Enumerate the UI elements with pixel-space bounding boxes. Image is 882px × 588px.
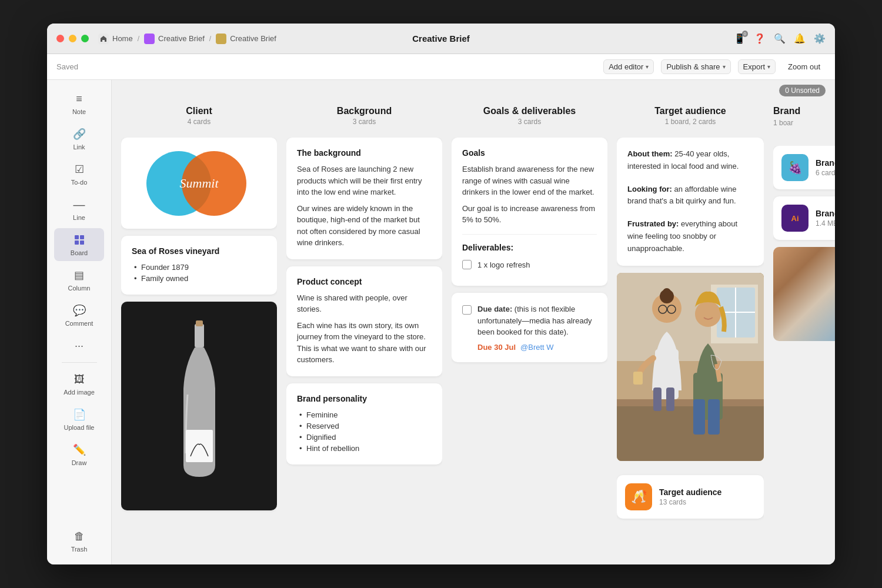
board-icon: [72, 233, 86, 247]
breadcrumb-home[interactable]: Home: [98, 34, 133, 44]
due-date-value: Due 30 Jul: [477, 343, 516, 352]
ta-photo: [617, 273, 764, 461]
client-logo-card: Summit: [121, 138, 277, 229]
checkbox-input[interactable]: [462, 260, 472, 269]
breadcrumb-brief2[interactable]: Creative Brief: [216, 34, 276, 44]
bell-icon[interactable]: 🔔: [794, 33, 806, 45]
svg-rect-3: [80, 240, 84, 245]
wine-bottle-svg: [173, 318, 226, 495]
ta-looking: Looking for: an affordable wine brand th…: [627, 183, 753, 208]
brand-column-header: Brand 1 boar: [773, 101, 835, 139]
list-item: Hint of rebellion: [297, 443, 432, 454]
checkbox-logo-refresh: 1 x logo refresh: [462, 259, 597, 271]
export-button[interactable]: Export ▾: [738, 59, 776, 74]
summit-logo: Summit: [141, 145, 258, 222]
publish-share-button[interactable]: Publish & share ▾: [661, 59, 730, 74]
add-editor-button[interactable]: Add editor ▾: [603, 59, 654, 74]
brand-column: Brand 1 boar 🍇 Brand 6 cards Ai: [773, 101, 835, 550]
goals-column-header: Goals & deliverables 3 cards: [452, 101, 607, 131]
brand-card1-info: Brand 6 cards: [816, 158, 835, 177]
due-date-text: Due date: (this is not flexible unfortun…: [477, 303, 597, 338]
search-icon[interactable]: 🔍: [774, 33, 786, 45]
close-button[interactable]: [56, 35, 64, 42]
sidebar-item-more[interactable]: ···: [54, 334, 104, 358]
sidebar-draw-label: Draw: [72, 459, 87, 466]
brand-column-subtitle: 1 boar: [773, 119, 835, 127]
minimize-button[interactable]: [69, 35, 76, 42]
client-name: Sea of Roses vineyard: [132, 246, 266, 256]
due-date-label: Due date:: [477, 305, 512, 313]
sidebar-line-label: Line: [73, 214, 85, 221]
sidebar-addimage-label: Add image: [64, 389, 95, 396]
ta-board-sub: 13 cards: [659, 498, 721, 506]
due-date-content: Due date: (this is not flexible unfortun…: [477, 303, 597, 352]
board-area: 0 Unsorted Client 4 cards: [112, 80, 835, 564]
bg-card2-p1: Wine is shared with people, over stories…: [297, 292, 432, 315]
sidebar-link-label: Link: [73, 143, 85, 151]
sidebar-item-board[interactable]: Board: [54, 228, 104, 261]
app-window: Home / Creative Brief / Creative Brief C…: [47, 24, 835, 564]
svg-rect-5: [186, 430, 213, 462]
background-card-3: Brand personality Feminine Reserved Dign…: [286, 383, 442, 465]
svg-rect-18: [666, 387, 674, 411]
client-info-card: Sea of Roses vineyard Founder 1879 Famil…: [121, 236, 277, 295]
export-chevron: ▾: [767, 64, 770, 70]
addimage-icon: 🖼: [72, 372, 86, 386]
brand-photo-card: [773, 247, 835, 341]
due-date-row: Due date: (this is not flexible unfortun…: [462, 303, 597, 352]
breadcrumb-brief1-label: Creative Brief: [158, 34, 205, 43]
background-column-title: Background: [286, 106, 442, 116]
brand-card2-title: Brand: [816, 209, 835, 218]
summit-text: Summit: [180, 176, 219, 191]
sidebar-item-comment[interactable]: 💬 Comment: [54, 299, 104, 332]
client-column-subtitle: 4 cards: [121, 118, 277, 126]
ta-frustrated: Frustrated by: everything about wine fee…: [627, 218, 753, 255]
zoom-out-button[interactable]: Zoom out: [783, 59, 826, 74]
unsorted-badge: 0 Unsorted: [779, 85, 826, 96]
export-label: Export: [743, 62, 766, 71]
sidebar-comment-label: Comment: [65, 320, 93, 327]
sidebar-item-addimage[interactable]: 🖼 Add image: [54, 368, 104, 400]
bg-card2-p2: Each wine has its own story, its own jou…: [297, 320, 432, 366]
ta-about-label: About them:: [627, 149, 673, 158]
upload-icon: 📄: [72, 407, 86, 422]
maximize-button[interactable]: [81, 35, 89, 42]
add-editor-chevron: ▾: [646, 64, 649, 70]
help-icon[interactable]: ❓: [754, 33, 766, 45]
sidebar-item-upload[interactable]: 📄 Upload file: [54, 403, 104, 436]
brand-personality-list: Feminine Reserved Dignified Hint of rebe…: [297, 409, 432, 454]
client-list: Founder 1879 Family owned: [132, 262, 266, 284]
brand-column-title: Brand: [773, 106, 835, 116]
list-item: Feminine: [297, 409, 432, 420]
list-item: Dignified: [297, 432, 432, 443]
sidebar-item-column[interactable]: ▤ Column: [54, 263, 104, 296]
svg-point-20: [663, 288, 671, 296]
brand-blue-icon: 🍇: [781, 154, 808, 181]
brand-card2-sub: 1.4 MB: [816, 219, 835, 228]
titlebar: Home / Creative Brief / Creative Brief C…: [47, 24, 835, 54]
sidebar-item-draw[interactable]: ✏️ Draw: [54, 438, 104, 471]
bg-card1-text: Sea of Roses are launching 2 new product…: [297, 163, 432, 249]
wine-bottle-card: [121, 302, 277, 510]
phone-icon[interactable]: 📱 0: [734, 33, 746, 45]
sidebar-item-link[interactable]: 🔗 Link: [54, 122, 104, 155]
goals-column-subtitle: 3 cards: [452, 118, 607, 126]
goals-p1: Establish brand awareness for the new ra…: [462, 163, 597, 198]
board-header: 0 Unsorted: [112, 80, 835, 101]
settings-icon[interactable]: ⚙️: [814, 33, 826, 45]
home-breadcrumb-icon: [98, 34, 109, 44]
brand-card-1: 🍇 Brand 6 cards: [773, 146, 835, 189]
breadcrumb-brief1[interactable]: Creative Brief: [144, 34, 205, 44]
sidebar-item-note[interactable]: ≡ Note: [54, 87, 104, 120]
svg-rect-17: [653, 387, 662, 411]
due-date-checkbox[interactable]: [462, 305, 472, 315]
client-column-title: Client: [121, 106, 277, 116]
svg-rect-6: [196, 320, 203, 326]
sidebar-item-trash[interactable]: 🗑 Trash: [54, 524, 104, 557]
bg-card2-text: Wine is shared with people, over stories…: [297, 292, 432, 366]
goals-cards: Goals Establish brand awareness for the …: [452, 138, 607, 550]
sidebar-item-line[interactable]: — Line: [54, 193, 104, 226]
sidebar-item-todo[interactable]: ☑ To-do: [54, 158, 104, 191]
ta-info-card: About them: 25-40 year olds, interested …: [617, 138, 764, 266]
column-icon: ▤: [72, 268, 86, 282]
